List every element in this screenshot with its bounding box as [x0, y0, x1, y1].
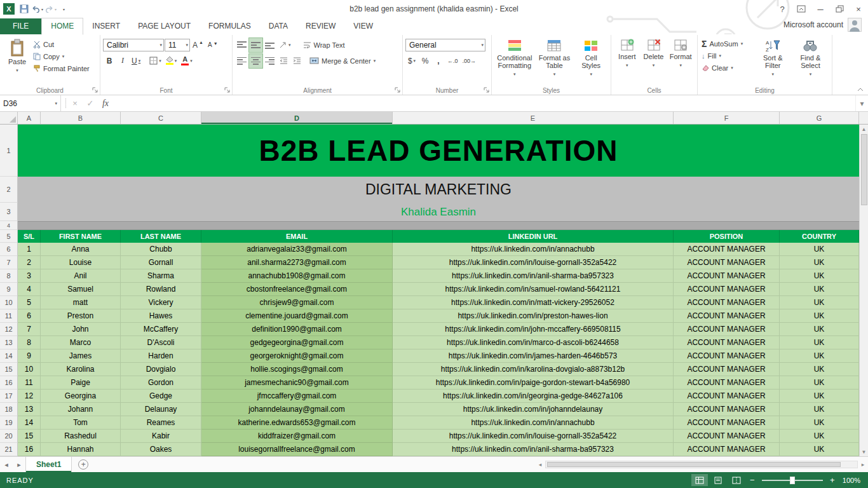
cell-linkedin-url[interactable]: https://uk.linkedin.com/in/john-mccaffer… [393, 323, 674, 336]
cell-last-name[interactable]: McCaffery [121, 323, 201, 336]
cell-first-name[interactable]: Marco [41, 336, 121, 349]
row-header-4[interactable]: 4 [0, 221, 18, 230]
cell-first-name[interactable]: Karolina [41, 363, 121, 376]
cell-sl[interactable]: 3 [18, 269, 41, 283]
cell-last-name[interactable]: Rowland [121, 283, 201, 296]
cell-first-name[interactable]: Samuel [41, 283, 121, 296]
redo-icon[interactable]: ▾ [44, 3, 57, 15]
row-header[interactable]: 15 [0, 363, 18, 376]
banner-subtitle-cell[interactable]: DIGITAL MARKETING [18, 177, 859, 203]
comma-style-button[interactable]: , [432, 54, 445, 68]
increase-decimal-button[interactable]: ←.0 [445, 54, 460, 68]
conditional-formatting-button[interactable]: Conditional Formatting▾ [494, 37, 535, 84]
cell-linkedin-url[interactable]: https://uk.linkedin.com/in/louise-gornal… [393, 256, 674, 269]
cell-first-name[interactable]: Georgina [41, 390, 121, 403]
row-header-5[interactable]: 5 [0, 230, 18, 243]
scroll-up-icon[interactable]: ▲ [860, 125, 868, 133]
row-header[interactable]: 9 [0, 283, 18, 296]
row-header[interactable]: 8 [0, 269, 18, 283]
cell-country[interactable]: UK [780, 269, 859, 283]
row-header[interactable]: 18 [0, 403, 18, 416]
cell-position[interactable]: ACCOUNT MANAGER [674, 243, 780, 256]
cell-first-name[interactable]: matt [41, 296, 121, 309]
sheet-nav-right-icon[interactable]: ▸ [13, 461, 25, 469]
cell-last-name[interactable]: Vickery [121, 296, 201, 309]
cell-sl[interactable]: 6 [18, 309, 41, 323]
cell-sl[interactable]: 14 [18, 416, 41, 430]
cell-last-name[interactable]: Gornall [121, 256, 201, 269]
cell-country[interactable]: UK [780, 336, 859, 349]
cell-last-name[interactable]: Gedge [121, 390, 201, 403]
cell-first-name[interactable]: Preston [41, 309, 121, 323]
cell-first-name[interactable]: John [41, 323, 121, 336]
cell-position[interactable]: ACCOUNT MANAGER [674, 336, 780, 349]
cell-position[interactable]: ACCOUNT MANAGER [674, 309, 780, 323]
header-first-name[interactable]: FIRST NAME [41, 230, 121, 243]
borders-button[interactable]: ▾ [147, 54, 163, 68]
qat-customize-icon[interactable]: ▾ [58, 3, 69, 15]
row-header[interactable]: 21 [0, 443, 18, 456]
row-header[interactable]: 12 [0, 323, 18, 336]
cell-first-name[interactable]: Paige [41, 376, 121, 390]
cell-last-name[interactable]: Oakes [121, 443, 201, 456]
cell-sl[interactable]: 12 [18, 390, 41, 403]
cell-last-name[interactable]: D'Ascoli [121, 336, 201, 349]
cell-first-name[interactable]: Hannah [41, 443, 121, 456]
cell-position[interactable]: ACCOUNT MANAGER [674, 349, 780, 363]
cell-sl[interactable]: 8 [18, 336, 41, 349]
cell-position[interactable]: ACCOUNT MANAGER [674, 416, 780, 430]
cell-sl[interactable]: 7 [18, 323, 41, 336]
tab-view[interactable]: VIEW [344, 18, 382, 34]
cell-country[interactable]: UK [780, 256, 859, 269]
cell-first-name[interactable]: Johann [41, 403, 121, 416]
middle-align-button[interactable] [249, 38, 262, 52]
spacer-cell[interactable] [18, 221, 859, 230]
cell-linkedin-url[interactable]: https://uk.linkedin.com/in/johanndelauna… [393, 403, 674, 416]
cell-position[interactable]: ACCOUNT MANAGER [674, 323, 780, 336]
cell-sl[interactable]: 5 [18, 296, 41, 309]
cell-country[interactable]: UK [780, 349, 859, 363]
close-button[interactable]: × [849, 1, 868, 17]
collapse-ribbon-icon[interactable] [857, 87, 864, 92]
percent-style-button[interactable]: % [419, 54, 431, 68]
cell-country[interactable]: UK [780, 363, 859, 376]
scroll-left-icon[interactable]: ◂ [535, 461, 545, 468]
cell-email[interactable]: jfmccaffery@gmail.com [201, 390, 393, 403]
cell-position[interactable]: ACCOUNT MANAGER [674, 390, 780, 403]
cell-sl[interactable]: 16 [18, 443, 41, 456]
tab-file[interactable]: FILE [0, 18, 41, 34]
tab-review[interactable]: REVIEW [297, 18, 344, 34]
cell-country[interactable]: UK [780, 443, 859, 456]
cell-email[interactable]: hollie.scogings@gmail.com [201, 363, 393, 376]
cell-first-name[interactable]: Louise [41, 256, 121, 269]
number-dialog-launcher-icon[interactable] [484, 87, 490, 93]
autosum-button[interactable]: ΣAutoSum▾ [700, 37, 754, 50]
merge-center-button[interactable]: Merge & Center▾ [308, 55, 377, 67]
tab-formulas[interactable]: FORMULAS [200, 18, 260, 34]
formula-input[interactable] [113, 95, 855, 111]
cell-email[interactable]: louisegornallfreelance@gmail.com [201, 443, 393, 456]
cell-sl[interactable]: 10 [18, 363, 41, 376]
row-header[interactable]: 16 [0, 376, 18, 390]
cell-last-name[interactable]: Delaunay [121, 403, 201, 416]
cell-email[interactable]: kiddfraizer@gmail.com [201, 430, 393, 443]
decrease-font-icon[interactable]: A▼ [206, 38, 220, 52]
cell-email[interactable]: anil.sharma2273@gmail.com [201, 256, 393, 269]
column-header-c[interactable]: C [121, 112, 201, 124]
cell-last-name[interactable]: Gordon [121, 376, 201, 390]
header-linkedin-url[interactable]: LINKEDIN URL [393, 230, 674, 243]
save-icon[interactable] [18, 3, 30, 15]
cell-email[interactable]: johanndelaunay@gmail.com [201, 403, 393, 416]
cell-last-name[interactable]: Hawes [121, 309, 201, 323]
scroll-down-icon[interactable]: ▼ [860, 447, 868, 456]
cell-email[interactable]: cbostonfreelance@gmail.com [201, 283, 393, 296]
column-header-e[interactable]: E [393, 112, 674, 124]
cell-first-name[interactable]: Rashedul [41, 430, 121, 443]
row-header[interactable]: 13 [0, 336, 18, 349]
cell-country[interactable]: UK [780, 376, 859, 390]
row-header[interactable]: 6 [0, 243, 18, 256]
restore-button[interactable] [830, 1, 849, 17]
cell-position[interactable]: ACCOUNT MANAGER [674, 283, 780, 296]
cell-first-name[interactable]: Anna [41, 243, 121, 256]
header-last-name[interactable]: LAST NAME [121, 230, 201, 243]
